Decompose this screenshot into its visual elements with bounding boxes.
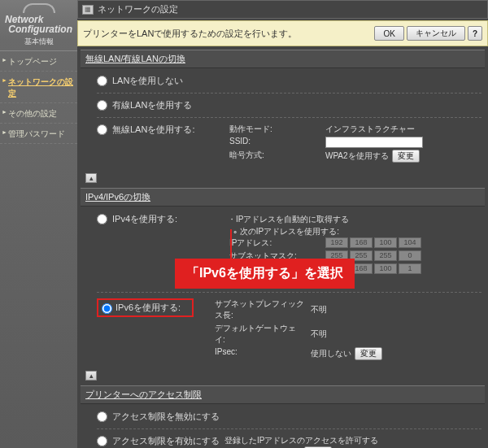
- content-area: 無線LAN/有線LANの切換 LANを使用しない 有線LANを使用する 無線LA…: [77, 50, 488, 448]
- ssid-input[interactable]: [325, 137, 423, 148]
- access-section-body: アクセス制限を無効にする アクセス制限を有効にする 登録したIPアドレスのアクセ…: [81, 404, 485, 448]
- lan-section-header: 無線LAN/有線LANの切換: [81, 50, 485, 68]
- v6-prefix-val: 不明: [311, 298, 382, 321]
- radio-lan-wired[interactable]: [97, 100, 107, 111]
- info-text: プリンターをLANで使用するための設定を行います。: [83, 28, 297, 40]
- ip-section-header: IPv4/IPv6の切換: [81, 188, 485, 207]
- ok-button[interactable]: OK: [374, 26, 403, 41]
- cancel-button[interactable]: キャンセル: [407, 26, 465, 41]
- enc-value: WPA2を使用する: [325, 150, 389, 162]
- callout-text: 「IPv6を使用する」を選択: [186, 266, 343, 280]
- nav-admin-password[interactable]: 管理パスワード: [0, 124, 77, 144]
- ipv4-auto-get: IPアドレスを自動的に取得する: [228, 213, 421, 226]
- enc-label: 暗号方式:: [229, 150, 319, 163]
- ipaddr-label: IPアドレス:: [229, 237, 319, 249]
- ipsec-change-button[interactable]: 変更: [355, 347, 382, 360]
- ipv4-use-next: 次のIPアドレスを使用する:: [233, 226, 421, 237]
- label-ipv4: IPv4を使用する:: [112, 213, 218, 225]
- window-icon: ▦: [82, 5, 94, 15]
- enc-change-button[interactable]: 変更: [392, 150, 420, 163]
- app-logo: Network Configuration 基本情報: [0, 0, 77, 51]
- logo-line2: Configuration: [5, 24, 72, 34]
- radio-ipv4[interactable]: [97, 214, 107, 224]
- ipaddr-4: 104: [399, 237, 421, 248]
- radio-access-disable[interactable]: [97, 411, 107, 422]
- v6-gateway-val: 不明: [311, 323, 382, 346]
- mode-value: インフラストラクチャー: [325, 124, 423, 135]
- ipaddr-2: 168: [350, 237, 373, 248]
- ssid-label: SSID:: [229, 137, 319, 148]
- help-button[interactable]: ?: [468, 26, 482, 41]
- subnet-4: 0: [399, 250, 421, 261]
- label-access-enable: アクセス制限を有効にする: [112, 435, 220, 447]
- v6-gateway-label: デフォルトゲートウェイ:: [215, 323, 304, 346]
- nav-other-settings[interactable]: その他の設定: [0, 103, 77, 124]
- gw-3: 100: [374, 263, 397, 274]
- label-lan-wireless: 無線LANを使用する:: [112, 124, 218, 136]
- nav-top-page[interactable]: トップページ: [0, 51, 77, 72]
- gw-4: 1: [399, 263, 421, 274]
- sidebar: Network Configuration 基本情報 トップページ ネットワーク…: [0, 0, 77, 448]
- logo-subtitle: 基本情報: [5, 37, 72, 47]
- ipsec-label: IPsec:: [215, 347, 304, 360]
- lan-section-body: LANを使用しない 有線LANを使用する 無線LANを使用する: 動作モード: …: [81, 68, 485, 171]
- ipaddr-1: 192: [325, 237, 348, 248]
- info-bar: プリンターをLANで使用するための設定を行います。 OK キャンセル ?: [77, 20, 488, 46]
- access-section-header: プリンターへのアクセス制限: [81, 385, 485, 404]
- ip-collapse-toggle[interactable]: ▴: [85, 371, 97, 381]
- logo-arc-icon: [23, 3, 55, 13]
- nav-network-settings[interactable]: ネットワークの設定: [0, 72, 77, 103]
- title-bar: ▦ ネットワークの設定: [77, 0, 488, 19]
- radio-lan-none[interactable]: [97, 76, 107, 86]
- v6-prefix-label: サブネットプレフィックス長:: [215, 298, 304, 321]
- main-panel: ▦ ネットワークの設定 プリンターをLANで使用するための設定を行います。 OK…: [77, 0, 488, 448]
- label-lan-none: LANを使用しない: [112, 75, 218, 87]
- subnet-3: 255: [374, 250, 397, 261]
- mode-label: 動作モード:: [229, 124, 319, 135]
- ipsec-value: 使用しない: [311, 348, 351, 359]
- page-title: ネットワークの設定: [98, 3, 178, 15]
- lan-collapse-toggle[interactable]: ▴: [85, 173, 97, 183]
- radio-access-enable[interactable]: [97, 436, 107, 446]
- ipv6-highlight-box: IPv6を使用する:: [97, 298, 194, 317]
- label-access-disable: アクセス制限を無効にする: [112, 411, 220, 423]
- callout-box: 「IPv6を使用する」を選択: [175, 259, 355, 289]
- callout-connector: [230, 229, 232, 262]
- label-ipv6: IPv6を使用する:: [115, 302, 189, 314]
- radio-lan-wireless[interactable]: [97, 124, 107, 135]
- ipaddr-3: 100: [374, 237, 397, 248]
- radio-ipv6[interactable]: [102, 303, 112, 314]
- allow-label: 登録したIPアドレスのアクセスを許可する: [224, 435, 386, 446]
- label-lan-wired: 有線LANを使用する: [112, 99, 218, 111]
